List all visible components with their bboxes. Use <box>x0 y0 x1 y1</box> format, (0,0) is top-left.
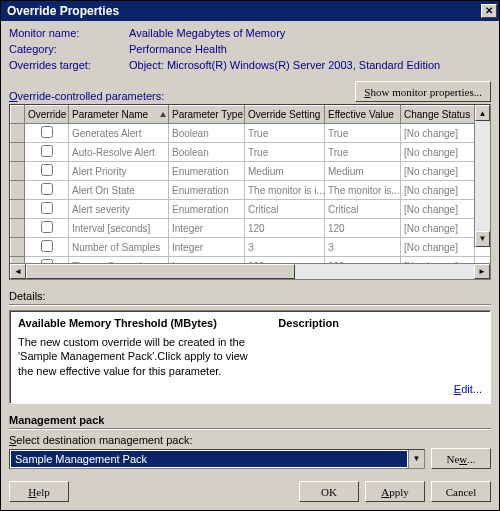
management-pack-combobox[interactable]: Sample Management Pack ▼ <box>9 449 425 469</box>
override-checkbox-cell[interactable] <box>25 181 69 200</box>
table-row[interactable]: Alert PriorityEnumerationMediumMedium[No… <box>11 162 491 181</box>
description-label: Description <box>278 317 482 329</box>
col-override[interactable]: Override <box>25 106 69 124</box>
override-checkbox[interactable] <box>41 126 53 138</box>
cell-effective-value: True <box>325 143 401 162</box>
details-text: The new custom override will be created … <box>18 335 262 380</box>
cell-parameter-name: Number of Samples <box>69 238 169 257</box>
row-header <box>11 238 25 257</box>
scroll-up-icon[interactable]: ▲ <box>475 105 490 121</box>
row-header <box>11 200 25 219</box>
override-checkbox[interactable] <box>41 259 53 263</box>
ok-button[interactable]: OK <box>299 481 359 502</box>
override-checkbox-cell[interactable] <box>25 219 69 238</box>
cell-parameter-name: Alert severity <box>69 200 169 219</box>
cell-effective-value: 120 <box>325 219 401 238</box>
details-panel: Available Memory Threshold (MBytes) The … <box>9 310 491 404</box>
grid-corner <box>11 106 25 124</box>
cell-parameter-type: Integer <box>169 238 245 257</box>
cell-effective-value: Medium <box>325 162 401 181</box>
titlebar[interactable]: Override Properties ✕ <box>1 1 499 21</box>
select-destination-label: Select destination management pack: <box>9 434 491 446</box>
cell-override-setting[interactable]: True <box>245 143 325 162</box>
overrides-target-value: Object: Microsoft(R) Windows(R) Server 2… <box>129 59 491 71</box>
override-checkbox-cell[interactable] <box>25 124 69 143</box>
edit-link[interactable]: Edit... <box>278 383 482 395</box>
scroll-right-icon[interactable]: ► <box>474 264 490 279</box>
scroll-down-icon[interactable]: ▼ <box>475 231 490 247</box>
override-checkbox[interactable] <box>41 221 53 233</box>
monitor-name-label: Monitor name: <box>9 27 129 39</box>
cell-parameter-name: Interval [seconds] <box>69 219 169 238</box>
vscroll-track[interactable] <box>475 121 490 231</box>
close-icon[interactable]: ✕ <box>481 4 497 18</box>
details-title: Available Memory Threshold (MBytes) <box>18 317 262 329</box>
override-checkbox-cell[interactable] <box>25 257 69 263</box>
cell-effective-value: True <box>325 124 401 143</box>
new-button[interactable]: New... <box>431 448 491 469</box>
scroll-left-icon[interactable]: ◄ <box>10 264 26 279</box>
override-properties-dialog: Override Properties ✕ Monitor name: Avai… <box>0 0 500 511</box>
row-header <box>11 219 25 238</box>
cell-effective-value: Critical <box>325 200 401 219</box>
cell-override-setting[interactable]: 360 <box>245 257 325 263</box>
cell-override-setting[interactable]: 120 <box>245 219 325 238</box>
override-checkbox[interactable] <box>41 164 53 176</box>
col-override-setting[interactable]: Override Setting <box>245 106 325 124</box>
category-label: Category: <box>9 43 129 55</box>
col-change-status[interactable]: Change Status <box>401 106 475 124</box>
cell-parameter-type: Enumeration <box>169 200 245 219</box>
row-header <box>11 181 25 200</box>
parameters-grid[interactable]: Override Parameter Name Parameter Type O… <box>9 104 491 280</box>
cell-override-setting[interactable]: The monitor is i... <box>245 181 325 200</box>
cell-override-setting[interactable]: Medium <box>245 162 325 181</box>
override-checkbox-cell[interactable] <box>25 162 69 181</box>
cancel-button[interactable]: Cancel <box>431 481 491 502</box>
help-button[interactable]: Help <box>9 481 69 502</box>
horizontal-scrollbar[interactable]: ◄ ► <box>10 263 490 279</box>
apply-button[interactable]: Apply <box>365 481 425 502</box>
hscroll-thumb[interactable] <box>26 264 295 279</box>
table-row[interactable]: Auto-Resolve AlertBooleanTrueTrue[No cha… <box>11 143 491 162</box>
table-row[interactable]: Alert On StateEnumerationThe monitor is … <box>11 181 491 200</box>
row-header <box>11 143 25 162</box>
cell-change-status: [No change] <box>401 219 475 238</box>
cell-override-setting[interactable]: 3 <box>245 238 325 257</box>
cell-parameter-type: Integer <box>169 219 245 238</box>
col-parameter-type[interactable]: Parameter Type <box>169 106 245 124</box>
override-checkbox[interactable] <box>41 240 53 252</box>
hscroll-track[interactable] <box>26 264 474 279</box>
cell-effective-value: The monitor is... <box>325 181 401 200</box>
chevron-down-icon[interactable]: ▼ <box>408 450 424 468</box>
override-checkbox-cell[interactable] <box>25 238 69 257</box>
details-section-label: Details: <box>9 290 491 302</box>
table-row[interactable]: Generates AlertBooleanTrueTrue[No change… <box>11 124 491 143</box>
cell-parameter-name: Alert On State <box>69 181 169 200</box>
table-row[interactable]: Alert severityEnumerationCriticalCritica… <box>11 200 491 219</box>
overrides-target-label: Overrides target: <box>9 59 129 71</box>
cell-override-setting[interactable]: Critical <box>245 200 325 219</box>
cell-change-status: [No change] <box>401 181 475 200</box>
col-parameter-name[interactable]: Parameter Name <box>69 106 169 124</box>
table-row[interactable]: TimeoutSecondsInteger360360[No change] <box>11 257 491 263</box>
override-checkbox[interactable] <box>41 202 53 214</box>
show-monitor-properties-button[interactable]: Show monitor properties... <box>355 81 491 102</box>
override-checkbox[interactable] <box>41 183 53 195</box>
col-effective-value[interactable]: Effective Value <box>325 106 401 124</box>
cell-parameter-type: Boolean <box>169 124 245 143</box>
cell-change-status: [No change] <box>401 162 475 181</box>
cell-override-setting[interactable]: True <box>245 124 325 143</box>
cell-change-status: [No change] <box>401 257 475 263</box>
vertical-scrollbar[interactable]: ▲ ▼ <box>474 105 490 247</box>
enforced-checkbox-cell[interactable] <box>475 257 491 263</box>
override-checkbox-cell[interactable] <box>25 143 69 162</box>
management-pack-value: Sample Management Pack <box>11 451 407 467</box>
cell-change-status: [No change] <box>401 124 475 143</box>
override-checkbox-cell[interactable] <box>25 200 69 219</box>
override-checkbox[interactable] <box>41 145 53 157</box>
cell-change-status: [No change] <box>401 238 475 257</box>
table-row[interactable]: Number of SamplesInteger33[No change] <box>11 238 491 257</box>
table-row[interactable]: Interval [seconds]Integer120120[No chang… <box>11 219 491 238</box>
dialog-content: Monitor name: Available Megabytes of Mem… <box>1 21 499 510</box>
cell-parameter-name: Auto-Resolve Alert <box>69 143 169 162</box>
